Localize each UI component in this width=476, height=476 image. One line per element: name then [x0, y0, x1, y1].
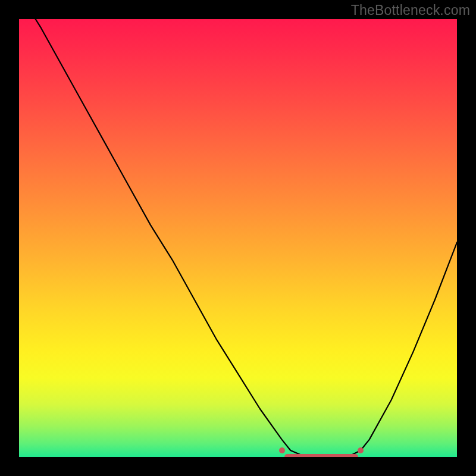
highlight-dot-left: [279, 447, 285, 453]
highlight-dot-right: [358, 447, 364, 453]
curve-svg: [19, 19, 457, 457]
plot-area: [19, 19, 457, 457]
bottleneck-curve: [19, 19, 457, 457]
watermark-text: TheBottleneck.com: [351, 2, 470, 18]
highlight-band: [284, 454, 358, 457]
